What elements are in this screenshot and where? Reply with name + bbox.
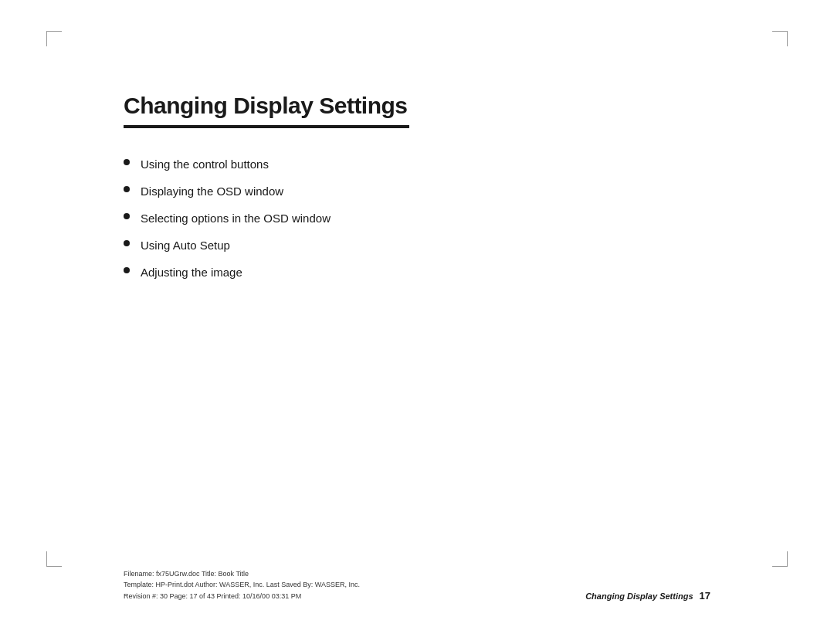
bullet-dot xyxy=(124,159,130,165)
page-title: Changing Display Settings xyxy=(124,93,710,119)
footer-meta: Filename: fx75UGrw.doc Title: Book Title… xyxy=(124,568,360,602)
list-item: Using the control buttons xyxy=(124,156,710,172)
list-item: Using Auto Setup xyxy=(124,237,710,253)
page: Changing Display Settings Using the cont… xyxy=(0,0,834,644)
bullet-text: Adjusting the image xyxy=(141,264,242,280)
corner-mark-tl xyxy=(46,31,62,46)
corner-mark-bl xyxy=(46,551,62,567)
bullet-text: Using Auto Setup xyxy=(141,237,230,253)
footer-right: Changing Display Settings 17 xyxy=(585,590,710,602)
list-item: Displaying the OSD window xyxy=(124,183,710,199)
title-underline xyxy=(124,125,409,128)
footer-page-number: 17 xyxy=(700,590,710,602)
bullet-text: Selecting options in the OSD window xyxy=(141,210,331,226)
bullet-text: Using the control buttons xyxy=(141,156,269,172)
list-item: Adjusting the image xyxy=(124,264,710,280)
bullet-dot xyxy=(124,186,130,192)
bullet-dot xyxy=(124,267,130,273)
corner-mark-br xyxy=(772,551,788,567)
corner-mark-tr xyxy=(772,31,788,46)
footer: Filename: fx75UGrw.doc Title: Book Title… xyxy=(124,568,710,602)
footer-meta-line2: Template: HP-Print.dot Author: WASSER, I… xyxy=(124,579,360,590)
content-area: Changing Display Settings Using the cont… xyxy=(124,62,710,551)
list-item: Selecting options in the OSD window xyxy=(124,210,710,226)
bullet-dot xyxy=(124,240,130,246)
footer-meta-line1: Filename: fx75UGrw.doc Title: Book Title xyxy=(124,568,360,579)
footer-meta-line3: Revision #: 30 Page: 17 of 43 Printed: 1… xyxy=(124,591,360,602)
bullet-text: Displaying the OSD window xyxy=(141,183,283,199)
footer-section-title: Changing Display Settings xyxy=(585,591,693,601)
bullet-dot xyxy=(124,213,130,219)
bullet-list: Using the control buttonsDisplaying the … xyxy=(124,156,710,280)
